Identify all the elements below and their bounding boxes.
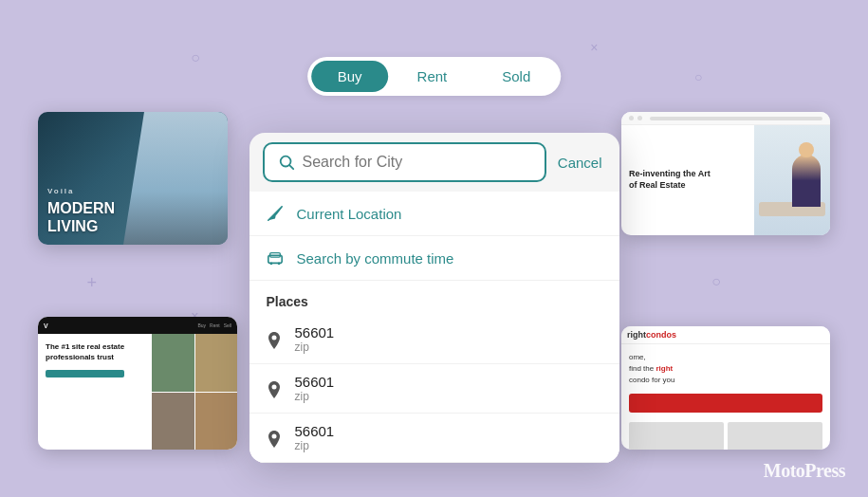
thumb-realsite-logo: V	[44, 322, 48, 329]
search-input-box	[263, 142, 546, 182]
tab-buy[interactable]: Buy	[311, 61, 389, 92]
search-row: Cancel	[249, 133, 619, 192]
place-type-1: zip	[295, 341, 335, 354]
thumbnail-rightcondos: rightcondos ome,find the rightcondo for …	[621, 326, 830, 450]
motopress-watermark: MotoPress	[764, 460, 845, 482]
svg-point-9	[271, 384, 276, 389]
thumb-title-reinventing: Re-inventing the Artof Real Estate	[629, 169, 747, 191]
svg-point-7	[277, 263, 280, 266]
search-input[interactable]	[303, 154, 531, 171]
pin-icon-2	[267, 381, 282, 396]
cancel-button[interactable]: Cancel	[554, 151, 606, 175]
svg-point-6	[269, 263, 272, 266]
place-info-3: 56601 zip	[295, 423, 335, 452]
thumbnail-reinventing: Re-inventing the Artof Real Estate	[621, 112, 830, 235]
place-number-1: 56601	[295, 324, 335, 341]
thumb-logo-voila: Voila	[47, 187, 218, 195]
thumb-rightcondo-tagline: ome,find the rightcondo for you	[629, 352, 822, 386]
svg-point-10	[271, 433, 276, 438]
commute-icon	[267, 249, 284, 267]
commute-label: Search by commute time	[297, 250, 454, 267]
place-number-3: 56601	[295, 423, 335, 439]
commute-option[interactable]: Search by commute time	[249, 236, 619, 281]
dropdown-options: Current Location Search by commute time …	[249, 192, 619, 463]
place-number-2: 56601	[295, 374, 335, 390]
location-icon	[267, 205, 284, 222]
place-type-3: zip	[295, 439, 335, 452]
tab-bar: Buy Rent Sold	[307, 57, 562, 96]
place-info-1: 56601 zip	[295, 324, 335, 354]
search-icon	[278, 154, 295, 171]
tab-sold[interactable]: Sold	[475, 61, 557, 92]
place-item-1[interactable]: 56601 zip	[249, 315, 619, 364]
tab-rent[interactable]: Rent	[391, 61, 474, 92]
svg-line-1	[289, 165, 293, 169]
place-type-2: zip	[295, 390, 335, 403]
search-panel: Cancel Current Location	[249, 133, 619, 463]
current-location-option[interactable]: Current Location	[249, 192, 619, 236]
place-info-2: 56601 zip	[295, 374, 335, 403]
thumbnail-modern-living: Voila MODERNLIVING	[38, 112, 228, 245]
thumb-realsite-tagline: The #1 site real estateprofessionals tru…	[46, 341, 144, 362]
pin-icon-3	[267, 431, 282, 446]
pin-icon-1	[267, 332, 282, 347]
thumbnail-real-estate-site: V BuyRentSell The #1 site real estatepro…	[38, 317, 237, 450]
thumb-rightcondo-logo: rightcondos	[627, 330, 676, 340]
place-item-3[interactable]: 56601 zip	[249, 414, 619, 463]
current-location-label: Current Location	[297, 206, 402, 222]
thumb-title-modern-living: MODERNLIVING	[47, 199, 218, 235]
places-heading: Places	[249, 281, 619, 315]
place-item-2[interactable]: 56601 zip	[249, 364, 619, 414]
svg-point-8	[271, 335, 276, 340]
